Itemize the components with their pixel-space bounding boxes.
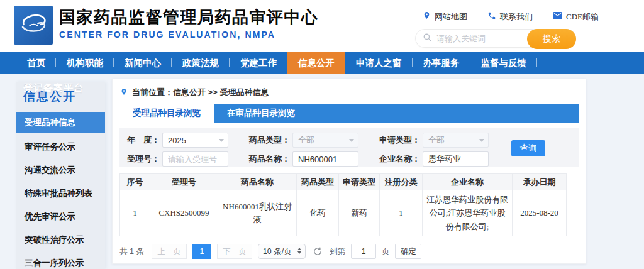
sidebar-item-priority-review[interactable]: 优先审评公示: [16, 205, 105, 228]
search-icon: [423, 33, 432, 45]
table-header-row: 序号 受理号 药品名称 药品类型 申请类型 注册分类 企业名称 承办日期: [120, 174, 567, 190]
up-down-arrows-icon: [297, 248, 301, 254]
year-label: 年 度：: [127, 134, 160, 146]
table-header-cell: 申请类型: [339, 174, 380, 190]
table-cell-drug-type: 化药: [297, 190, 339, 236]
cde-logo: [14, 6, 53, 45]
site-title-block: 国家药品监督管理局药品审评中心 CENTER FOR DRUG EVALUATI…: [59, 7, 319, 40]
drug-name-field-group: 药品名称：: [247, 151, 358, 167]
site-search: 搜索: [415, 29, 576, 48]
query-button[interactable]: 查询: [511, 140, 545, 156]
table-cell-reg-class: 1: [380, 190, 423, 236]
table-header-cell: 承办日期: [513, 174, 567, 190]
pagination: 共 1 条 上一页 1 下一页 10 条/页 到第 页 确定: [119, 244, 579, 259]
main-content: 当前位置：信息公开 >> 受理品种信息 受理品种目录浏览 在审品种目录浏览 年 …: [112, 79, 586, 264]
sidebar: 登记备案平台 信息公开 受理品种信息 审评任务公示 沟通交流公示 特殊审批品种列…: [16, 82, 105, 269]
nav-item-policies[interactable]: 政策法规: [172, 52, 230, 74]
sidebar-title: 信息公开: [23, 91, 105, 103]
table-cell-drug-name: NH600001乳状注射液: [218, 190, 297, 236]
nav-item-applicant-window[interactable]: 申请人之窗: [345, 52, 413, 74]
table-cell-accept-no: CXHS2500099: [150, 190, 218, 236]
company-field-group: 企业名称：: [377, 151, 489, 167]
current-page-button[interactable]: 1: [192, 244, 211, 259]
goto-page-label: 到第: [330, 246, 345, 257]
refresh-icon[interactable]: [313, 246, 323, 256]
search-button[interactable]: 搜索: [527, 29, 576, 49]
table-header-cell: 受理号: [150, 174, 218, 190]
filter-panel: 年 度： 2025 药品类型： 全部 申请类型： 全部: [119, 128, 579, 167]
chevron-down-icon: [349, 139, 354, 142]
chevron-down-icon: [219, 139, 224, 142]
nav-item-info-disclosure[interactable]: 信息公开: [287, 52, 345, 74]
next-page-button[interactable]: 下一页: [217, 244, 252, 259]
nav-item-home[interactable]: 首页: [16, 52, 56, 74]
table-header-cell: 药品名称: [218, 174, 297, 190]
nav-item-services[interactable]: 办事服务: [413, 52, 470, 74]
table-header-cell: 企业名称: [423, 174, 513, 190]
page-size-select[interactable]: 10 条/页: [258, 244, 306, 259]
swan-swirl-icon: [17, 8, 50, 43]
mail-icon: [553, 11, 562, 22]
table-header-cell: 药品类型: [297, 174, 339, 190]
mailbox-link[interactable]: CDE邮箱: [553, 11, 599, 23]
chevron-down-icon: [479, 139, 484, 142]
apply-type-label: 申请类型：: [377, 134, 420, 146]
confirm-button[interactable]: 确定: [395, 244, 421, 259]
table-row: 1 CXHS2500099 NH600001乳状注射液 化药 新药 1 江苏恩华…: [120, 190, 567, 236]
sidebar-item-special-approval-list[interactable]: 特殊审批品种列表: [16, 182, 105, 205]
total-count-label: 共 1 条: [119, 246, 144, 257]
company-input[interactable]: [423, 151, 489, 167]
drug-type-select[interactable]: 全部: [292, 133, 358, 148]
site-subtitle: CENTER FOR DRUG EVALUATION, NMPA: [59, 30, 319, 40]
table-cell-seq: 1: [120, 190, 150, 236]
page: 国家药品监督管理局药品审评中心 CENTER FOR DRUG EVALUATI…: [0, 0, 644, 269]
drug-name-label: 药品名称：: [247, 153, 290, 165]
drug-name-input[interactable]: [292, 151, 358, 167]
sidebar-item-three-in-one[interactable]: 三合一序列公示: [16, 251, 105, 269]
breadcrumb: 当前位置：信息公开 >> 受理品种信息: [113, 79, 586, 104]
breadcrumb-label: 当前位置：信息公开 >> 受理品种信息: [132, 87, 269, 98]
location-pin-icon: [120, 87, 128, 98]
site-header: 国家药品监督管理局药品审评中心 CENTER FOR DRUG EVALUATI…: [0, 0, 644, 52]
utility-links: 网站地图 联系我们 CDE邮箱: [423, 11, 599, 23]
tab-under-review-catalog[interactable]: 在审品种目录浏览: [214, 104, 308, 123]
nav-item-functions[interactable]: 机构职能: [56, 52, 114, 74]
accept-no-field-group: 受理号：: [127, 151, 228, 167]
prev-page-button[interactable]: 上一页: [152, 244, 187, 259]
nav-item-supervision[interactable]: 监督与反馈: [470, 52, 538, 74]
sidebar-header: 登记备案平台 信息公开: [16, 82, 105, 112]
table-cell-apply-type: 新药: [339, 190, 380, 236]
tab-accepted-catalog[interactable]: 受理品种目录浏览: [119, 104, 214, 123]
table-header-cell: 注册分类: [380, 174, 423, 190]
apply-type-field-group: 申请类型： 全部: [377, 133, 489, 148]
main-nav: 首页 机构职能 新闻中心 政策法规 党建工作 信息公开 申请人之窗 办事服务 监…: [0, 52, 644, 74]
tab-bar: 受理品种目录浏览 在审品种目录浏览: [119, 104, 579, 123]
accept-no-label: 受理号：: [127, 153, 160, 165]
sidebar-item-review-tasks[interactable]: 审评任务公示: [16, 135, 105, 158]
sidebar-item-accepted-varieties[interactable]: 受理品种信息: [16, 112, 105, 133]
site-title: 国家药品监督管理局药品审评中心: [59, 7, 319, 28]
accept-no-input[interactable]: [162, 151, 228, 167]
table-cell-date: 2025-08-20: [513, 190, 567, 236]
table-header-cell: 序号: [120, 174, 150, 190]
apply-type-select[interactable]: 全部: [423, 133, 489, 148]
page-unit-label: 页: [382, 246, 390, 257]
map-pin-icon: [423, 11, 431, 23]
phone-icon: [487, 11, 496, 23]
nav-item-party-building[interactable]: 党建工作: [230, 52, 287, 74]
year-select[interactable]: 2025: [162, 133, 228, 148]
results-table: 序号 受理号 药品名称 药品类型 申请类型 注册分类 企业名称 承办日期 1 C…: [119, 173, 567, 236]
company-label: 企业名称：: [377, 153, 420, 165]
year-field-group: 年 度： 2025: [127, 133, 228, 148]
contact-link[interactable]: 联系我们: [487, 11, 533, 23]
sitemap-link[interactable]: 网站地图: [423, 11, 467, 23]
sidebar-item-breakthrough-therapy[interactable]: 突破性治疗公示: [16, 228, 105, 251]
drug-type-label: 药品类型：: [247, 134, 290, 146]
nav-item-news[interactable]: 新闻中心: [114, 52, 172, 74]
goto-page-input[interactable]: [351, 244, 376, 259]
table-cell-company: 江苏恩华药业股份有限公司;江苏恩华药业股份有限公司;: [423, 190, 513, 236]
sidebar-item-communication[interactable]: 沟通交流公示: [16, 158, 105, 182]
drug-type-field-group: 药品类型： 全部: [247, 133, 358, 148]
